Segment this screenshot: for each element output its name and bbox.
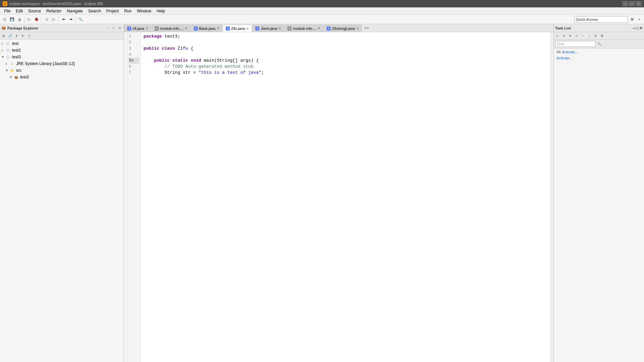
right-panel-close[interactable]: ✕ xyxy=(639,26,643,31)
toolbar-sep-2 xyxy=(41,16,42,22)
tree-item-test3[interactable]: ▼ ⬡ test3 xyxy=(0,54,124,60)
tree-icon-src: 📁 xyxy=(9,68,15,73)
right-panel-minimize[interactable]: ─ xyxy=(633,26,636,31)
link-editor-button[interactable]: 🔗 xyxy=(7,33,13,39)
tree-item-src[interactable]: ▼ 📁 src xyxy=(0,67,124,74)
close-button[interactable]: ✕ xyxy=(636,1,641,6)
toolbar-sep-3 xyxy=(58,16,59,22)
activate-label-text[interactable]: Activate... xyxy=(554,55,644,61)
tab-module-info-2[interactable]: m module-info.... ✕ xyxy=(284,24,323,32)
breakpoint-area xyxy=(124,32,127,362)
back-button[interactable]: ◁ xyxy=(43,16,50,23)
tab-close-cft[interactable]: ✕ xyxy=(146,26,148,30)
task-refresh-button[interactable]: ↻ xyxy=(593,33,599,39)
tree-content: ▷ ⬡ test ▷ ⬡ test2 ▼ ⬡ test3 ▷ ≡ JRE Sys… xyxy=(0,40,124,362)
tab-module-info-1[interactable]: m module-info.... ✕ xyxy=(152,24,191,32)
task-delete-button[interactable]: ✕ xyxy=(567,33,573,39)
tab-close-bank[interactable]: ✕ xyxy=(217,26,219,30)
panel-maximize-button[interactable]: □ xyxy=(111,25,116,31)
print-button[interactable]: 🖨 xyxy=(16,16,23,23)
activate-bar: All Activate... xyxy=(554,49,644,55)
tab-icon-cft: J xyxy=(127,26,131,31)
task-down-button[interactable]: ↓ xyxy=(586,33,592,39)
maximize-button[interactable]: □ xyxy=(629,1,635,6)
menu-run[interactable]: Run xyxy=(121,8,134,14)
tab-cft-java[interactable]: J cft.java ✕ xyxy=(124,24,151,32)
menu-navigate[interactable]: Navigate xyxy=(64,8,85,14)
menu-help[interactable]: Help xyxy=(154,8,168,14)
editor-content[interactable]: 1 2 3 4 5⊙ 6 7 package test3; public cla… xyxy=(124,32,553,362)
tab-bank-java[interactable]: J Bank.java ✕ xyxy=(191,24,222,32)
task-search-box[interactable]: Find xyxy=(555,41,595,47)
eclipse-logo: e xyxy=(3,1,7,6)
panel-header: 📦 Package Explorer ─ □ ✕ xyxy=(0,24,124,32)
menu-window[interactable]: Window xyxy=(134,8,154,14)
tree-item-test[interactable]: ▷ ⬡ test xyxy=(0,40,124,47)
menu-edit[interactable]: Edit xyxy=(13,8,25,14)
tree-label-test3-package: test3 xyxy=(20,75,29,79)
sync-button[interactable]: ↻ xyxy=(20,33,26,39)
save-button[interactable]: 💾 xyxy=(9,16,15,23)
right-panel-maximize[interactable]: □ xyxy=(636,26,639,31)
code-line-3: public class Zifu { xyxy=(144,46,547,52)
open-perspective-button[interactable]: + xyxy=(636,16,643,23)
task-filter-button[interactable]: ▾ xyxy=(561,33,567,39)
editor-area: J cft.java ✕ m module-info.... ✕ J Bank.… xyxy=(124,24,553,362)
tab-overflow-button[interactable]: >> xyxy=(362,24,371,32)
menu-search[interactable]: Search xyxy=(86,8,104,14)
title-bar: e eclipse-workspace - test3/src/test3/Zi… xyxy=(0,0,644,7)
tree-label-test3: test3 xyxy=(12,55,21,59)
tree-arrow-src: ▼ xyxy=(5,69,9,72)
tab-close-module-1[interactable]: ✕ xyxy=(185,26,187,30)
task-settings-button[interactable]: ⚙ xyxy=(599,33,605,39)
filter-button[interactable]: ▽ xyxy=(26,33,32,39)
new-button[interactable]: 🗋 xyxy=(1,16,8,23)
next-edit-button[interactable]: ➡ xyxy=(67,16,74,23)
view-menu-button[interactable]: ▾ xyxy=(13,33,19,39)
tab-zifu-java[interactable]: J Zifu.java ✕ xyxy=(223,25,252,32)
search-global-button[interactable]: 🔍 xyxy=(77,16,84,23)
task-new-button[interactable]: + xyxy=(554,33,560,39)
collapse-all-button[interactable]: ⊟ xyxy=(1,33,7,39)
panel-close-button[interactable]: ✕ xyxy=(117,25,122,31)
forward-button[interactable]: ▷ xyxy=(50,16,57,23)
tree-item-test2[interactable]: ▷ ⬡ test2 xyxy=(0,47,124,54)
tree-label-test2: test2 xyxy=(12,48,21,53)
task-mark-done-button[interactable]: ✓ xyxy=(574,33,580,39)
toolbar: 🗋 💾 🖨 ▷ 🐞 ◁ ▷ ⬅ ➡ 🔍 Quick Access ⊞ + xyxy=(0,15,644,24)
menu-refactor[interactable]: Refactor xyxy=(44,8,64,14)
code-area[interactable]: package test3; public class Zifu { publi… xyxy=(141,32,550,362)
tab-label-bank: Bank.java xyxy=(199,26,215,31)
tree-arrow-test3-package: ▼ xyxy=(9,75,13,79)
run-button[interactable]: ▷ xyxy=(26,16,33,23)
menu-project[interactable]: Project xyxy=(104,8,121,14)
tree-item-jre[interactable]: ▷ ≡ JRE System Library [JavaSE-12] xyxy=(0,60,124,67)
editor-tabs: J cft.java ✕ m module-info.... ✕ J Bank.… xyxy=(124,24,553,32)
quick-access-box[interactable]: Quick Access xyxy=(574,16,628,23)
panel-minimize-button[interactable]: ─ xyxy=(105,25,110,31)
code-line-6: // TODO Auto-generated method stub xyxy=(144,64,547,70)
perspectives-button[interactable]: ⊞ xyxy=(629,16,635,23)
tab-jiemi-java[interactable]: J Jiemi.java ✕ xyxy=(252,24,284,32)
task-list-label: Task List xyxy=(555,26,571,30)
menu-file[interactable]: File xyxy=(1,8,13,14)
tab-label-zifutongji: Zifutongji.java xyxy=(332,26,355,31)
activate-label[interactable]: Activate... xyxy=(562,50,578,54)
tree-item-test3-package[interactable]: ▼ 📦 test3 xyxy=(0,74,124,80)
minimize-button[interactable]: ─ xyxy=(623,1,628,6)
tab-zifutongji-java[interactable]: J Zifutongji.java ✕ xyxy=(324,24,362,32)
task-up-button[interactable]: ↑ xyxy=(580,33,586,39)
tab-label-module-1: module-info.... xyxy=(160,26,183,31)
all-label[interactable]: All xyxy=(556,50,560,54)
tab-close-zifu[interactable]: ✕ xyxy=(246,27,249,31)
editor-vscroll[interactable] xyxy=(550,32,553,362)
tree-arrow-test2: ▷ xyxy=(1,49,5,52)
tab-close-module-2[interactable]: ✕ xyxy=(318,26,320,30)
task-search-button[interactable]: 🔍 xyxy=(596,41,602,47)
menu-source[interactable]: Source xyxy=(25,8,44,14)
menu-bar: File Edit Source Refactor Navigate Searc… xyxy=(0,7,644,15)
tab-close-zifutongji[interactable]: ✕ xyxy=(356,26,359,30)
tab-close-jiemi[interactable]: ✕ xyxy=(278,26,281,30)
debug-button[interactable]: 🐞 xyxy=(33,16,40,23)
prev-edit-button[interactable]: ⬅ xyxy=(60,16,67,23)
